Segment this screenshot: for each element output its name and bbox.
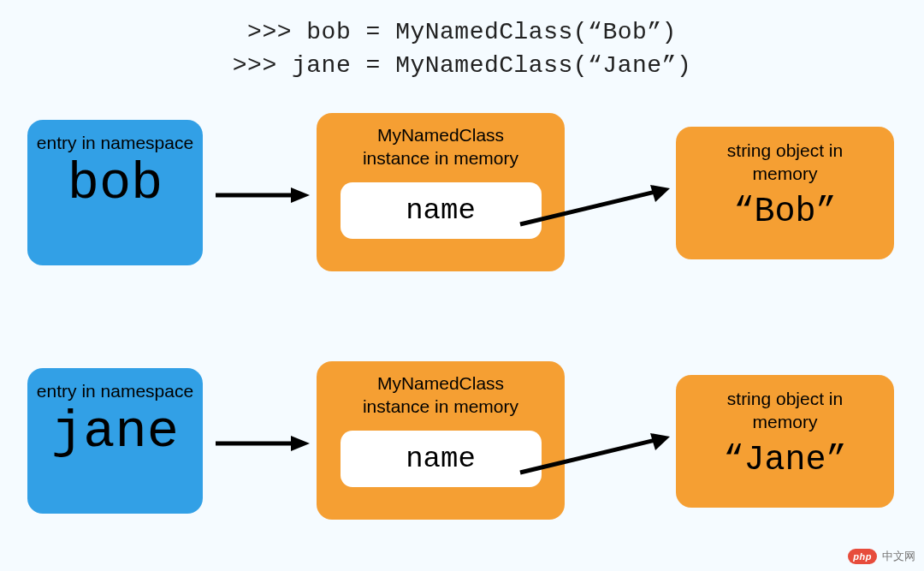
namespace-name: bob bbox=[27, 154, 203, 211]
instance-label-line1: MyNamedClass bbox=[377, 125, 504, 145]
string-label-line2: memory bbox=[753, 164, 818, 183]
watermark-text: 中文网 bbox=[882, 549, 915, 564]
arrow-icon bbox=[520, 430, 670, 481]
arrow-icon bbox=[216, 433, 310, 454]
code-line-2: >>> jane = MyNamedClass(“Jane”) bbox=[0, 49, 924, 82]
watermark: php 中文网 bbox=[848, 549, 915, 564]
watermark-badge: php bbox=[848, 549, 877, 564]
svg-marker-5 bbox=[291, 436, 310, 451]
arrow-icon bbox=[216, 185, 310, 205]
svg-marker-7 bbox=[650, 433, 670, 450]
string-label-line1: string object in bbox=[727, 389, 843, 408]
instance-label: MyNamedClass instance in memory bbox=[317, 113, 565, 170]
diagram-row-bob: entry in namespace bob MyNamedClass inst… bbox=[0, 111, 924, 283]
string-label-line2: memory bbox=[753, 412, 818, 431]
instance-label-line2: instance in memory bbox=[363, 148, 518, 168]
svg-marker-3 bbox=[650, 185, 670, 202]
diagram-row-jane: entry in namespace jane MyNamedClass ins… bbox=[0, 360, 924, 531]
namespace-label: entry in namespace bbox=[27, 120, 203, 154]
code-block: >>> bob = MyNamedClass(“Bob”) >>> jane =… bbox=[0, 0, 924, 82]
namespace-label-text: entry in namespace bbox=[37, 381, 193, 401]
arrow-icon bbox=[520, 181, 670, 233]
attribute-name-box: name bbox=[341, 182, 542, 239]
namespace-box-bob: entry in namespace bob bbox=[27, 120, 203, 265]
string-label: string object in memory bbox=[676, 375, 894, 434]
namespace-box-jane: entry in namespace jane bbox=[27, 368, 203, 514]
code-line-1: >>> bob = MyNamedClass(“Bob”) bbox=[0, 15, 924, 49]
string-label-line1: string object in bbox=[727, 140, 843, 160]
string-box-bob: string object in memory “Bob” bbox=[676, 127, 894, 259]
instance-label-line1: MyNamedClass bbox=[377, 373, 504, 393]
string-value: “Jane” bbox=[676, 434, 894, 479]
attribute-name-box: name bbox=[341, 431, 542, 487]
svg-line-2 bbox=[520, 192, 655, 224]
string-box-jane: string object in memory “Jane” bbox=[676, 375, 894, 508]
svg-line-6 bbox=[520, 440, 655, 473]
namespace-label-text: entry in namespace bbox=[37, 133, 193, 152]
instance-label: MyNamedClass instance in memory bbox=[317, 361, 565, 419]
svg-marker-1 bbox=[291, 187, 310, 203]
namespace-name: jane bbox=[27, 402, 203, 459]
namespace-label: entry in namespace bbox=[27, 368, 203, 402]
string-label: string object in memory bbox=[676, 127, 894, 186]
instance-label-line2: instance in memory bbox=[363, 396, 518, 416]
string-value: “Bob” bbox=[676, 186, 894, 231]
